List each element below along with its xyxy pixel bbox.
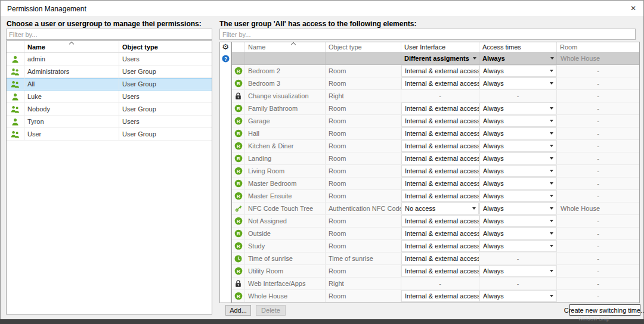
element-row[interactable]: RBedroom 2RoomInternal & external access… — [232, 65, 639, 77]
dropdown[interactable]: Internal & external access — [401, 253, 479, 264]
user-name: All — [24, 78, 119, 90]
element-row[interactable]: Time of sunriseTime of sunriseInternal &… — [232, 253, 639, 265]
element-row[interactable]: Web Interface/AppsRight--- — [232, 278, 639, 290]
dropdown[interactable]: Internal & external access — [401, 290, 479, 302]
chevron-down-icon — [550, 82, 553, 85]
elements-table: Name Object type User Interface Access t… — [231, 42, 640, 303]
dropdown[interactable]: Always — [479, 115, 556, 127]
access-times-cell: Always — [479, 290, 557, 302]
element-row[interactable]: RMaster BedroomRoomInternal & external a… — [232, 177, 639, 190]
dropdown[interactable]: Internal & external access — [401, 165, 479, 177]
user-table-header-name[interactable]: Name — [24, 41, 119, 52]
element-row[interactable]: RHallRoomInternal & external accessAlway… — [232, 127, 639, 140]
access-times-cell: Always — [479, 215, 557, 227]
add-button[interactable]: Add... — [225, 305, 251, 316]
element-name: Web Interface/Apps — [245, 278, 326, 289]
delete-button[interactable]: Delete — [256, 305, 286, 316]
element-row[interactable]: RLandingRoomInternal & external accessAl… — [232, 152, 639, 165]
dropdown[interactable]: Internal & external access — [401, 152, 479, 164]
elements-header-name[interactable]: Name — [245, 42, 326, 52]
dropdown[interactable]: Always — [479, 102, 556, 114]
dropdown[interactable]: Always — [479, 127, 556, 139]
room-cell: - — [557, 140, 639, 152]
element-row[interactable]: RWhole HouseRoomInternal & external acce… — [232, 290, 639, 303]
dropdown[interactable]: Internal & external access — [401, 102, 479, 114]
dropdown[interactable]: No access — [401, 202, 479, 214]
user-row[interactable]: AllUser Group — [7, 78, 212, 91]
elements-header-object-type[interactable]: Object type — [326, 42, 401, 52]
dropdown[interactable]: Always — [479, 228, 556, 239]
chevron-down-icon — [550, 157, 553, 160]
user-row[interactable]: NobodyUser Group — [7, 103, 212, 116]
dropdown[interactable]: Internal & external access — [401, 215, 479, 227]
close-icon[interactable]: ✕ — [627, 3, 640, 14]
dropdown[interactable]: Always — [479, 265, 556, 277]
dropdown[interactable]: Always — [479, 202, 556, 214]
create-new-switching-time-button[interactable]: Create new switching time... — [569, 304, 640, 316]
dropdown[interactable]: Internal & external access — [401, 77, 479, 89]
user-filter-input[interactable] — [6, 29, 212, 40]
user-row[interactable]: UserUser Group — [7, 128, 212, 141]
dropdown[interactable]: Internal & external access — [401, 190, 479, 202]
elements-filter-input[interactable] — [219, 29, 636, 40]
dropdown[interactable]: Always — [479, 77, 556, 89]
user-row[interactable]: TyronUsers — [7, 116, 212, 128]
dropdown[interactable]: Always — [479, 240, 556, 252]
dropdown[interactable]: Internal & external access — [401, 115, 479, 127]
svg-text:R: R — [237, 269, 240, 274]
dropdown[interactable]: Always — [479, 215, 556, 227]
dropdown[interactable]: Always — [479, 65, 556, 77]
element-row[interactable]: RStudyRoomInternal & external accessAlwa… — [232, 240, 639, 253]
dropdown[interactable]: Always — [479, 290, 556, 302]
room-cell: - — [557, 240, 639, 252]
element-row[interactable]: RMaster EnsuiteRoomInternal & external a… — [232, 190, 639, 202]
element-row[interactable]: RFamily BathroomRoomInternal & external … — [232, 102, 639, 115]
element-row[interactable]: RKitchen & DinerRoomInternal & external … — [232, 140, 639, 152]
dropdown[interactable]: Internal & external access — [401, 65, 479, 77]
background-ghost-text: Window Snip — [578, 316, 609, 322]
settings-gear-icon[interactable]: ⚙ — [220, 42, 231, 52]
element-row[interactable]: NFC Code Touch TreeAuthentication NFC Co… — [232, 202, 639, 215]
user-row[interactable]: LukeUsers — [7, 91, 212, 103]
user-interface-cell: - — [401, 278, 479, 289]
element-row[interactable]: Change visualizationRight--- — [232, 90, 639, 102]
sort-ascending-icon — [69, 42, 74, 46]
dropdown[interactable]: Internal & external access — [401, 177, 479, 189]
dropdown[interactable]: Always — [479, 165, 556, 177]
element-row[interactable]: ROutsideRoomInternal & external accessAl… — [232, 228, 639, 240]
summary-ui-dropdown[interactable]: Different assigments — [401, 52, 479, 64]
element-object-type: Room — [326, 102, 401, 114]
dropdown[interactable]: Always — [479, 190, 556, 202]
svg-text:R: R — [237, 244, 240, 249]
elements-header-room[interactable]: Room — [557, 42, 639, 52]
element-row[interactable]: RGarageRoomInternal & external accessAlw… — [232, 115, 639, 127]
dropdown[interactable]: Internal & external access — [401, 228, 479, 239]
empty-value: - — [401, 280, 479, 287]
empty-value: - — [479, 255, 556, 262]
dropdown[interactable]: Internal & external access — [401, 240, 479, 252]
element-row[interactable]: RLiving RoomRoomInternal & external acce… — [232, 165, 639, 177]
element-object-type: Room — [326, 127, 401, 139]
element-row[interactable]: RUtility RoomRoomInternal & external acc… — [232, 265, 639, 278]
help-icon[interactable]: ? — [220, 52, 231, 65]
chevron-down-icon — [550, 220, 553, 222]
user-row[interactable]: adminUsers — [7, 53, 212, 66]
room-icon: R — [232, 102, 245, 114]
element-row[interactable]: RNot AssignedRoomInternal & external acc… — [232, 215, 639, 228]
dropdown[interactable]: Always — [479, 152, 556, 164]
dropdown[interactable]: Internal & external access — [401, 140, 479, 152]
user-table-header-object-type[interactable]: Object type — [119, 41, 212, 52]
dropdown[interactable]: Always — [479, 177, 556, 189]
elements-header-user-interface[interactable]: User Interface — [401, 42, 479, 52]
dropdown[interactable]: Internal & external access — [401, 127, 479, 139]
room-icon: R — [232, 265, 245, 277]
svg-text:R: R — [237, 131, 240, 136]
dropdown[interactable]: Internal & external access — [401, 265, 479, 277]
chevron-down-icon — [550, 170, 553, 172]
element-row[interactable]: RBedroom 3RoomInternal & external access… — [232, 77, 639, 90]
element-name: Change visualization — [245, 90, 326, 102]
user-row[interactable]: AdministratorsUser Group — [7, 66, 212, 78]
summary-access-dropdown[interactable]: Always — [479, 52, 557, 64]
dropdown[interactable]: Always — [479, 140, 556, 152]
elements-header-access-times[interactable]: Access times — [479, 42, 557, 52]
